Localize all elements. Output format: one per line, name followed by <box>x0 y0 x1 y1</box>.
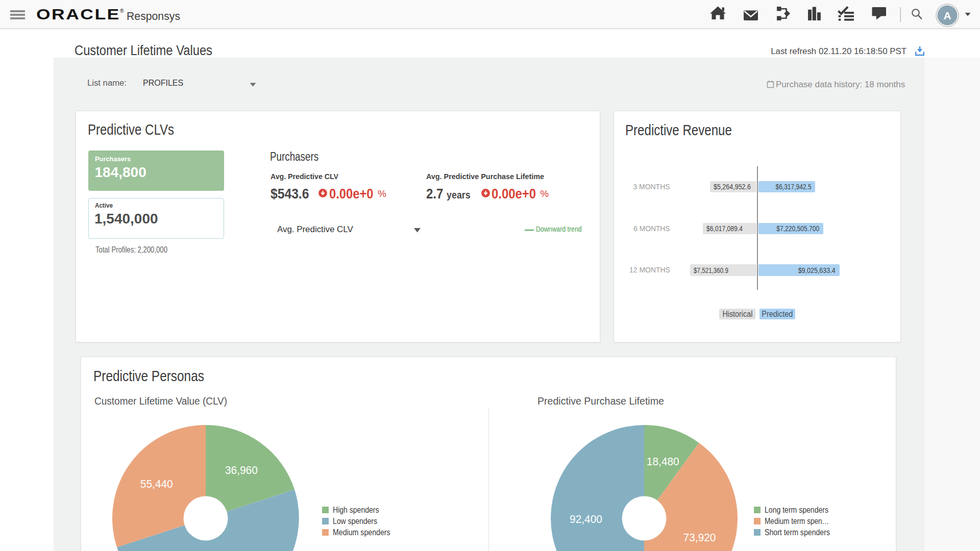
svg-text:73,920: 73,920 <box>683 532 716 544</box>
svg-text:92,400: 92,400 <box>570 513 602 526</box>
svg-text:A: A <box>943 10 951 21</box>
svg-text:36,960: 36,960 <box>225 464 258 477</box>
svg-text:55,440: 55,440 <box>140 478 173 490</box>
svg-text:18,480: 18,480 <box>647 456 679 468</box>
